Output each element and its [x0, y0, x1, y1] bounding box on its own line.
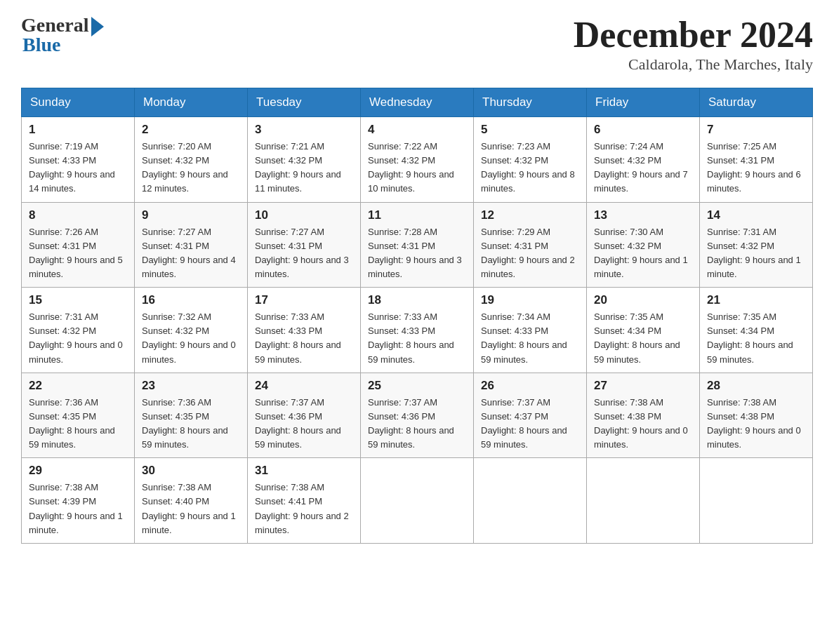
day-number: 29 [29, 464, 127, 478]
title-section: December 2024 Caldarola, The Marches, It… [574, 14, 813, 74]
calendar-cell: 9 Sunrise: 7:27 AM Sunset: 4:31 PM Dayli… [135, 202, 248, 288]
day-info: Sunrise: 7:29 AM Sunset: 4:31 PM Dayligh… [481, 225, 579, 282]
day-number: 30 [142, 464, 240, 478]
day-number: 21 [707, 293, 805, 307]
calendar-cell: 25 Sunrise: 7:37 AM Sunset: 4:36 PM Dayl… [361, 373, 474, 458]
day-number: 16 [142, 293, 240, 307]
day-info: Sunrise: 7:21 AM Sunset: 4:32 PM Dayligh… [255, 140, 353, 196]
day-info: Sunrise: 7:38 AM Sunset: 4:39 PM Dayligh… [29, 481, 127, 537]
week-row-2: 8 Sunrise: 7:26 AM Sunset: 4:31 PM Dayli… [22, 202, 813, 288]
calendar-cell: 4 Sunrise: 7:22 AM Sunset: 4:32 PM Dayli… [361, 117, 474, 203]
column-header-sunday: Sunday [22, 88, 135, 117]
calendar-cell: 13 Sunrise: 7:30 AM Sunset: 4:32 PM Dayl… [587, 202, 700, 288]
calendar-cell: 31 Sunrise: 7:38 AM Sunset: 4:41 PM Dayl… [248, 458, 361, 544]
day-number: 20 [594, 293, 692, 307]
day-number: 1 [29, 123, 127, 137]
day-number: 14 [707, 208, 805, 222]
day-info: Sunrise: 7:35 AM Sunset: 4:34 PM Dayligh… [707, 310, 805, 367]
day-number: 24 [255, 379, 353, 393]
day-info: Sunrise: 7:36 AM Sunset: 4:35 PM Dayligh… [142, 396, 240, 452]
day-info: Sunrise: 7:35 AM Sunset: 4:34 PM Dayligh… [594, 310, 692, 367]
day-number: 5 [481, 123, 579, 137]
calendar-table: SundayMondayTuesdayWednesdayThursdayFrid… [21, 88, 813, 544]
calendar-cell: 27 Sunrise: 7:38 AM Sunset: 4:38 PM Dayl… [587, 373, 700, 458]
calendar-cell: 5 Sunrise: 7:23 AM Sunset: 4:32 PM Dayli… [474, 117, 587, 203]
day-info: Sunrise: 7:37 AM Sunset: 4:37 PM Dayligh… [481, 396, 579, 452]
day-number: 10 [255, 208, 353, 222]
calendar-header-row: SundayMondayTuesdayWednesdayThursdayFrid… [22, 88, 813, 117]
calendar-cell: 21 Sunrise: 7:35 AM Sunset: 4:34 PM Dayl… [700, 288, 813, 373]
calendar-cell: 14 Sunrise: 7:31 AM Sunset: 4:32 PM Dayl… [700, 202, 813, 288]
calendar-cell: 23 Sunrise: 7:36 AM Sunset: 4:35 PM Dayl… [135, 373, 248, 458]
day-info: Sunrise: 7:24 AM Sunset: 4:32 PM Dayligh… [594, 140, 692, 196]
day-number: 7 [707, 123, 805, 137]
day-number: 2 [142, 123, 240, 137]
calendar-cell: 10 Sunrise: 7:27 AM Sunset: 4:31 PM Dayl… [248, 202, 361, 288]
location-title: Caldarola, The Marches, Italy [574, 55, 813, 74]
column-header-friday: Friday [587, 88, 700, 117]
week-row-1: 1 Sunrise: 7:19 AM Sunset: 4:33 PM Dayli… [22, 117, 813, 203]
calendar-cell: 7 Sunrise: 7:25 AM Sunset: 4:31 PM Dayli… [700, 117, 813, 203]
day-info: Sunrise: 7:27 AM Sunset: 4:31 PM Dayligh… [255, 225, 353, 282]
calendar-cell: 29 Sunrise: 7:38 AM Sunset: 4:39 PM Dayl… [22, 458, 135, 544]
day-number: 19 [481, 293, 579, 307]
calendar-cell: 16 Sunrise: 7:32 AM Sunset: 4:32 PM Dayl… [135, 288, 248, 373]
column-header-thursday: Thursday [474, 88, 587, 117]
day-number: 26 [481, 379, 579, 393]
day-info: Sunrise: 7:37 AM Sunset: 4:36 PM Dayligh… [255, 396, 353, 452]
day-info: Sunrise: 7:37 AM Sunset: 4:36 PM Dayligh… [368, 396, 466, 452]
day-number: 3 [255, 123, 353, 137]
calendar-cell [700, 458, 813, 544]
day-number: 18 [368, 293, 466, 307]
day-number: 31 [255, 464, 353, 478]
logo: General Blue [21, 14, 104, 56]
day-number: 28 [707, 379, 805, 393]
day-info: Sunrise: 7:26 AM Sunset: 4:31 PM Dayligh… [29, 225, 127, 282]
week-row-5: 29 Sunrise: 7:38 AM Sunset: 4:39 PM Dayl… [22, 458, 813, 544]
day-number: 27 [594, 379, 692, 393]
week-row-3: 15 Sunrise: 7:31 AM Sunset: 4:32 PM Dayl… [22, 288, 813, 373]
day-number: 17 [255, 293, 353, 307]
day-info: Sunrise: 7:33 AM Sunset: 4:33 PM Dayligh… [255, 310, 353, 367]
day-info: Sunrise: 7:19 AM Sunset: 4:33 PM Dayligh… [29, 140, 127, 196]
calendar-cell: 8 Sunrise: 7:26 AM Sunset: 4:31 PM Dayli… [22, 202, 135, 288]
column-header-tuesday: Tuesday [248, 88, 361, 117]
calendar-cell: 12 Sunrise: 7:29 AM Sunset: 4:31 PM Dayl… [474, 202, 587, 288]
day-number: 4 [368, 123, 466, 137]
day-info: Sunrise: 7:20 AM Sunset: 4:32 PM Dayligh… [142, 140, 240, 196]
calendar-cell [474, 458, 587, 544]
day-info: Sunrise: 7:33 AM Sunset: 4:33 PM Dayligh… [368, 310, 466, 367]
day-info: Sunrise: 7:32 AM Sunset: 4:32 PM Dayligh… [142, 310, 240, 367]
day-number: 9 [142, 208, 240, 222]
day-info: Sunrise: 7:38 AM Sunset: 4:40 PM Dayligh… [142, 481, 240, 537]
calendar-cell: 26 Sunrise: 7:37 AM Sunset: 4:37 PM Dayl… [474, 373, 587, 458]
calendar-cell: 15 Sunrise: 7:31 AM Sunset: 4:32 PM Dayl… [22, 288, 135, 373]
day-info: Sunrise: 7:31 AM Sunset: 4:32 PM Dayligh… [29, 310, 127, 367]
calendar-cell: 17 Sunrise: 7:33 AM Sunset: 4:33 PM Dayl… [248, 288, 361, 373]
calendar-cell [361, 458, 474, 544]
day-info: Sunrise: 7:27 AM Sunset: 4:31 PM Dayligh… [142, 225, 240, 282]
day-info: Sunrise: 7:30 AM Sunset: 4:32 PM Dayligh… [594, 225, 692, 282]
day-number: 15 [29, 293, 127, 307]
month-title: December 2024 [574, 14, 813, 55]
day-number: 12 [481, 208, 579, 222]
calendar-cell: 6 Sunrise: 7:24 AM Sunset: 4:32 PM Dayli… [587, 117, 700, 203]
calendar-cell: 30 Sunrise: 7:38 AM Sunset: 4:40 PM Dayl… [135, 458, 248, 544]
day-info: Sunrise: 7:38 AM Sunset: 4:38 PM Dayligh… [594, 396, 692, 452]
column-header-saturday: Saturday [700, 88, 813, 117]
day-info: Sunrise: 7:25 AM Sunset: 4:31 PM Dayligh… [707, 140, 805, 196]
day-number: 22 [29, 379, 127, 393]
column-header-monday: Monday [135, 88, 248, 117]
day-info: Sunrise: 7:22 AM Sunset: 4:32 PM Dayligh… [368, 140, 466, 196]
calendar-cell: 11 Sunrise: 7:28 AM Sunset: 4:31 PM Dayl… [361, 202, 474, 288]
day-info: Sunrise: 7:38 AM Sunset: 4:38 PM Dayligh… [707, 396, 805, 452]
calendar-cell: 18 Sunrise: 7:33 AM Sunset: 4:33 PM Dayl… [361, 288, 474, 373]
day-info: Sunrise: 7:36 AM Sunset: 4:35 PM Dayligh… [29, 396, 127, 452]
day-number: 11 [368, 208, 466, 222]
week-row-4: 22 Sunrise: 7:36 AM Sunset: 4:35 PM Dayl… [22, 373, 813, 458]
day-number: 23 [142, 379, 240, 393]
day-info: Sunrise: 7:31 AM Sunset: 4:32 PM Dayligh… [707, 225, 805, 282]
page-header: General Blue December 2024 Caldarola, Th… [21, 14, 813, 74]
column-header-wednesday: Wednesday [361, 88, 474, 117]
day-number: 6 [594, 123, 692, 137]
